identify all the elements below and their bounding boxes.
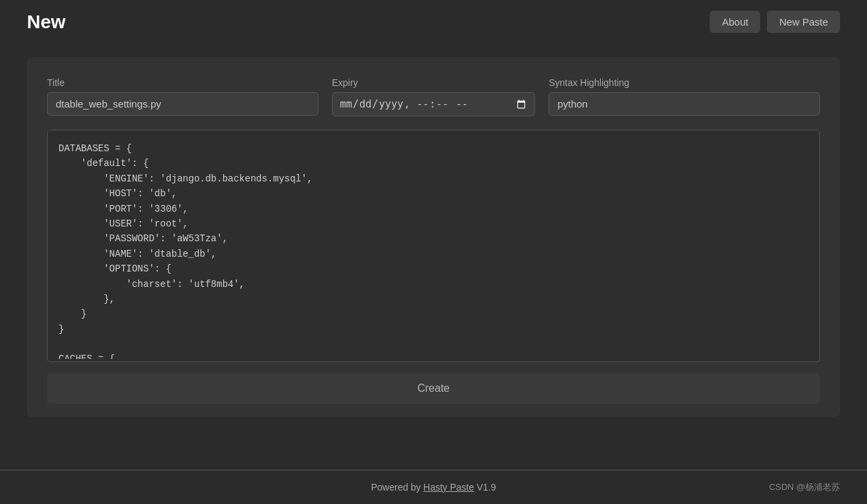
page-title: New (27, 11, 66, 33)
new-paste-button[interactable]: New Paste (767, 11, 840, 33)
expiry-field: Expiry (332, 77, 536, 116)
create-button[interactable]: Create (47, 373, 820, 404)
main-content: Title Expiry Syntax Highlighting Create (0, 44, 867, 431)
header-nav: About New Paste (710, 11, 840, 33)
code-editor-wrapper (47, 130, 820, 362)
footer-center: Powered by Hasty Paste V1.9 (371, 482, 496, 493)
paste-form: Title Expiry Syntax Highlighting Create (27, 57, 840, 417)
hasty-paste-link[interactable]: Hasty Paste (423, 482, 474, 493)
title-label: Title (47, 77, 319, 88)
header: New About New Paste (0, 0, 867, 44)
syntax-label: Syntax Highlighting (548, 77, 820, 88)
expiry-label: Expiry (332, 77, 536, 88)
footer-credit: CSDN @杨浦老苏 (769, 481, 840, 493)
syntax-input[interactable] (548, 92, 820, 116)
about-button[interactable]: About (710, 11, 760, 33)
powered-text: Powered by (371, 482, 423, 493)
code-editor[interactable] (48, 130, 819, 359)
syntax-field: Syntax Highlighting (548, 77, 820, 116)
title-field: Title (47, 77, 319, 116)
version-text: V1.9 (474, 482, 496, 493)
expiry-input[interactable] (332, 92, 536, 116)
footer: Powered by Hasty Paste V1.9 CSDN @杨浦老苏 (0, 470, 867, 504)
form-fields-row: Title Expiry Syntax Highlighting (47, 77, 820, 116)
title-input[interactable] (47, 92, 319, 116)
